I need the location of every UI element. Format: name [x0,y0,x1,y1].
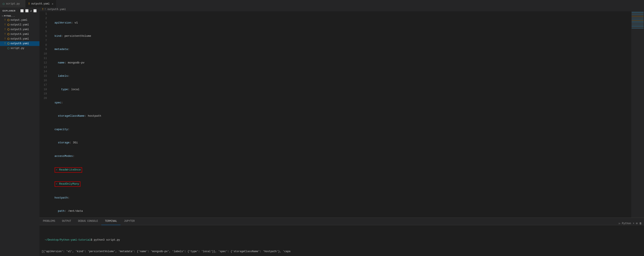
tab-output[interactable]: OUTPUT [59,217,75,225]
terminal-line-2: [{'apiVersion': 'v1', 'kind': 'persisten… [42,249,644,253]
modified-indicator: ! [4,37,6,40]
warn-icon: ! [42,8,44,11]
code-line-2: kind: persistentVolume [51,34,631,39]
bottom-panel: PROBLEMS OUTPUT DEBUG CONSOLE TERMINAL J… [40,217,644,256]
minimap-line [632,13,644,13]
minimap-line [632,28,644,29]
minimap-line [632,14,644,15]
minimap-line [632,12,644,12]
line-numbers: 1 2 3 4 5 6 7 8 9 10 11 12 13 14 15 16 1… [40,11,49,217]
sidebar-item-label: output2.yaml [10,23,29,26]
minimap-line [632,16,644,17]
modified-indicator: ! [4,42,6,45]
refresh-icon[interactable]: ↺ [30,9,32,13]
chevron-down-icon: ▾ [2,15,3,17]
sidebar-header-icons: ⬜ ⬜ ↺ ⬜ [20,9,37,13]
minimap-line [632,17,644,18]
trash-icon[interactable]: 🗑 [639,222,642,225]
highlight-box-12: - ReadWriteOnce [54,167,82,173]
modified-indicator: ! [4,33,6,36]
sidebar-item-label: output5.yaml [10,37,29,40]
minimap-line [632,15,644,16]
code-line-14: hostpath: [51,196,631,200]
code-line-15: path: /mnt/data [51,209,631,213]
tab-label-output6-yaml: output6.yaml [31,2,50,5]
tab-terminal[interactable]: TERMINAL [101,217,120,225]
file-path-bar: ! ! output6.yaml [40,8,644,11]
modified-indicator: ! [4,28,6,31]
minimap-line [632,24,644,24]
sidebar-section[interactable]: ▾ PYTHO... [0,14,40,18]
tab-close-icon[interactable]: ✕ [52,2,53,6]
tab-script-py[interactable]: ⬡ script.py [0,0,26,8]
tab-label-script-py: script.py [6,2,20,5]
modified-indicator: ! [4,23,6,26]
sidebar-item-output4-yaml[interactable]: ! ⬡ output4.yaml [0,32,40,37]
terminal-command: python3 script.py [94,238,120,241]
sidebar-header: EXPLORER ⬜ ⬜ ↺ ⬜ [0,8,40,14]
minimap-line [632,20,644,20]
code-line-12: - ReadWriteOnce [51,167,631,173]
sidebar: EXPLORER ⬜ ⬜ ↺ ⬜ ▾ PYTHO... ! ⬡ output.y… [0,8,40,256]
code-line-9: capacity: [51,127,631,132]
sidebar-item-label: output4.yaml [10,33,29,36]
yaml-file-icon: ⬡ [7,28,10,31]
file-path-label: ! output6.yaml [44,8,66,11]
yaml-file-icon: ⬡ [7,42,10,45]
minimap-line [632,23,644,24]
code-line-1: apiVersion: v1 [51,21,631,25]
minimap-line [632,25,644,25]
code-line-13: - ReadOnlyMany [51,181,631,187]
code-line-8: storageClassName: hostpath [51,114,631,118]
yaml-file-icon: ⬡ [7,33,10,36]
sidebar-item-output6-yaml[interactable]: ! ⬡ output6.yaml [0,41,40,46]
minimap-line [632,21,644,22]
modified-indicator: ! [4,19,6,22]
new-file-icon[interactable]: ⬜ [20,9,24,13]
sidebar-item-output5-yaml[interactable]: ! ⬡ output5.yaml [0,37,40,41]
editor-container: ! ! output6.yaml 1 2 3 4 5 6 7 8 9 10 11… [40,8,644,256]
yaml-file-icon: ⬡ [7,19,10,22]
sidebar-item-output3-yaml[interactable]: ! ⬡ output3.yaml [0,27,40,32]
sidebar-item-label: output3.yaml [10,28,29,31]
code-area[interactable]: apiVersion: v1 kind: persistentVolume me… [49,11,631,217]
code-line-3: metadata: [51,47,631,52]
minimap-line [632,27,644,28]
code-line-4: name: mongodb-pv [51,61,631,65]
terminal-icon[interactable]: ▷ Python [619,222,631,225]
sidebar-item-label: script.py [10,47,24,50]
code-line-5: labels: [51,74,631,78]
sidebar-item-output2-yaml[interactable]: ! ⬡ output2.yaml [0,23,40,27]
add-terminal-icon[interactable]: + [633,222,634,225]
tab-jupyter[interactable]: JUPYTER [120,217,138,225]
minimap-line [632,26,644,26]
sidebar-title: EXPLORER [2,10,16,12]
yaml-file-icon: ⬡ [7,37,10,41]
code-line-7: spec: [51,101,631,105]
tab-bar: ⬡ script.py ! output6.yaml ✕ [0,0,644,8]
minimap-line [632,22,644,23]
sidebar-item-output-yaml[interactable]: ! ⬡ output.yaml [0,18,40,23]
terminal-dollar: $ [91,238,94,241]
tab-output6-yaml[interactable]: ! output6.yaml ✕ [26,0,56,8]
sidebar-section-label: PYTHO... [4,15,15,17]
minimap-line [632,18,644,18]
main-layout: EXPLORER ⬜ ⬜ ↺ ⬜ ▾ PYTHO... ! ⬡ output.y… [0,8,644,256]
minimap-line [632,19,644,19]
terminal-content[interactable]: ~/Desktop/Python-yaml-tutorial$ python3 … [40,225,644,256]
minimap-line [632,20,644,21]
collapse-icon[interactable]: ⬜ [33,9,37,13]
sidebar-item-script-py[interactable]: ! ⬡ script.py [0,46,40,51]
new-folder-icon[interactable]: ⬜ [25,9,29,13]
tab-debug-console[interactable]: DEBUG CONSOLE [75,217,102,225]
minimap [631,11,644,217]
yaml-file-icon: ⬡ [7,23,10,27]
editor-content[interactable]: 1 2 3 4 5 6 7 8 9 10 11 12 13 14 15 16 1… [40,11,644,217]
panel-tabs: PROBLEMS OUTPUT DEBUG CONSOLE TERMINAL J… [40,218,644,225]
code-line-6: type: local [51,87,631,92]
split-terminal-icon[interactable]: ⊟ [636,222,638,225]
tab-problems[interactable]: PROBLEMS [40,217,59,225]
terminal-path: ~/Desktop/Python-yaml-tutorial [44,238,91,241]
highlight-box-13: - ReadOnlyMany [54,181,80,187]
code-line-10: storage: 3Gi [51,141,631,145]
